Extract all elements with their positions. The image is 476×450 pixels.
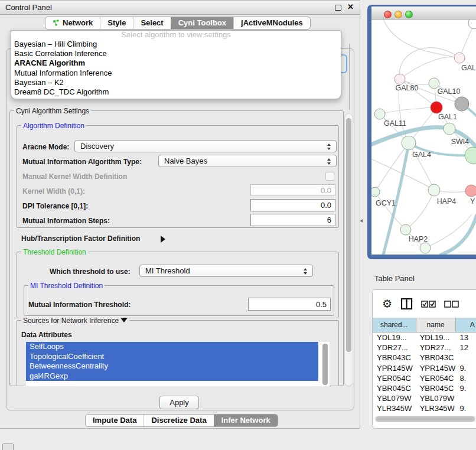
data-attributes-list[interactable]: SelfLoopsTopologicalCoefficientBetweenne… [26, 342, 330, 386]
network-node[interactable] [468, 19, 476, 29]
deselect-all-checkboxes-icon[interactable] [444, 301, 459, 308]
mi-type-label: Mutual Information Algorithm Type: [22, 158, 142, 166]
settings-scrollbar-thumb[interactable] [346, 118, 351, 352]
node-label: GAL4 [412, 151, 431, 159]
tab-label: Impute Data [93, 415, 136, 426]
algorithm-option[interactable]: Bayesian – K2 [11, 78, 341, 87]
node-label: SWI4 [451, 138, 470, 146]
tab-label: Discretize Data [151, 415, 206, 426]
spinner-arrows-icon [327, 144, 332, 150]
table-row[interactable]: YER054CYER054C8. [373, 373, 476, 383]
algorithm-option[interactable]: Bayesian – Hill Climbing [11, 40, 341, 49]
tab-cyni-toolbox[interactable]: Cyni Toolbox [171, 17, 233, 29]
kernel-width-input[interactable] [250, 184, 335, 196]
table-cell: YER054C [416, 373, 456, 383]
which-threshold-value: MI Threshold [145, 265, 312, 276]
network-node[interactable] [371, 187, 380, 197]
column-header[interactable]: name [416, 318, 456, 332]
tab-infer-network[interactable]: Infer Network [214, 415, 278, 426]
algorithm-option[interactable]: Basic Correlation Inference [11, 49, 341, 58]
split-columns-icon[interactable] [400, 298, 413, 310]
table-row[interactable]: YPR145WYPR145W9. [373, 363, 476, 373]
settings-group-title: Cyni Algorithm Settings [14, 107, 91, 115]
control-panel-title: Control Panel [5, 1, 52, 14]
dpi-tolerance-input[interactable] [250, 199, 335, 211]
network-node[interactable] [465, 185, 476, 197]
algorithm-option[interactable]: Dream8 DC_TDC Algorithm [11, 87, 341, 97]
column-header[interactable]: A [456, 318, 476, 332]
zoom-traffic-light[interactable] [405, 11, 413, 18]
node-label: HAP4 [437, 197, 457, 206]
tab-label: Infer Network [221, 415, 270, 426]
table-row[interactable]: YBR045CYBR045C9. [373, 383, 476, 393]
panel-splitter-arrow[interactable] [360, 219, 363, 223]
network-node[interactable] [454, 53, 465, 63]
aracne-mode-label: Aracne Mode: [22, 143, 69, 151]
collapse-arrow-icon[interactable] [161, 234, 165, 244]
algorithm-option[interactable]: Mutual Information Inference [11, 69, 341, 78]
table-row[interactable]: YLR345WYLR345W9. [373, 403, 476, 413]
table-row[interactable]: YDL19...YDL19...13 [373, 332, 476, 343]
minimized-panel-icon[interactable] [2, 444, 14, 450]
tab-select[interactable]: Select [133, 17, 170, 29]
table-row[interactable]: YBR043CYBR043C [373, 353, 476, 363]
close-traffic-light[interactable] [384, 11, 392, 18]
tab-discretize-data[interactable]: Discretize Data [144, 415, 213, 426]
data-attribute-item[interactable]: BetweennessCentrality [26, 361, 318, 371]
table-horizontal-scrollbar-thumb[interactable] [376, 416, 475, 422]
settings-scrollbar[interactable] [344, 113, 353, 386]
attributes-scrollbar[interactable] [322, 344, 328, 385]
float-window-icon[interactable] [335, 5, 341, 11]
hub-definition-label: Hub/Transcription Factor Definition [21, 234, 140, 243]
sources-title: Sources for Network Inference [21, 317, 129, 325]
node-label: GAL80 [396, 84, 419, 92]
minimize-traffic-light[interactable] [395, 11, 402, 18]
network-canvas[interactable]: GALGAL80GAL10GAL11GAL1SWI4GAL4GCY1HAP4YH… [371, 19, 476, 255]
network-node[interactable] [400, 224, 411, 235]
expand-arrow-icon[interactable] [120, 318, 128, 322]
mi-algorithm-type-select[interactable]: Naive Bayes [158, 155, 337, 167]
control-panel-titlebar[interactable]: Control Panel ✕ [0, 1, 360, 15]
network-node[interactable] [402, 136, 416, 150]
data-attribute-item[interactable]: gal4RGexp [26, 371, 318, 381]
table-row[interactable]: YDR27...YDR27...12 [373, 343, 476, 353]
table-row[interactable]: YIL052CYIL052C9 [373, 414, 476, 416]
network-node[interactable] [428, 184, 440, 196]
manual-kernel-checkbox[interactable] [325, 172, 334, 181]
tab-impute-data[interactable]: Impute Data [86, 415, 144, 426]
data-attribute-item[interactable]: SelfLoops [26, 342, 318, 352]
network-node[interactable] [420, 243, 431, 253]
table-cell: YDL19... [416, 332, 456, 343]
close-icon[interactable]: ✕ [347, 2, 354, 11]
aracne-mode-select[interactable]: Discovery [74, 140, 337, 152]
network-node[interactable] [431, 102, 442, 113]
network-node[interactable] [444, 123, 455, 135]
table-cell: YLR345W [373, 403, 416, 413]
table-cell: YDR27... [373, 343, 416, 353]
tab-label: Style [107, 17, 126, 29]
table-cell: 9. [456, 403, 476, 413]
mi-threshold-input[interactable] [248, 298, 331, 311]
network-node[interactable] [395, 74, 405, 84]
network-window-titlebar[interactable] [371, 6, 476, 19]
algorithm-option[interactable]: ARACNE Algorithm [11, 58, 341, 68]
network-node[interactable] [455, 97, 469, 111]
data-attribute-item[interactable]: TopologicalCoefficient [26, 352, 318, 362]
tab-jactivemnodules[interactable]: jActiveMNodules [233, 17, 310, 29]
which-threshold-select[interactable]: MI Threshold [139, 265, 313, 277]
table-cell: 12 [456, 343, 476, 353]
mi-threshold-definition-title: MI Threshold Definition [28, 282, 105, 290]
network-node[interactable] [465, 147, 476, 164]
tab-style[interactable]: Style [100, 17, 133, 29]
network-node[interactable] [374, 109, 385, 119]
threshold-definition-title: Threshold Definition [21, 248, 88, 256]
table-horizontal-scrollbar[interactable] [374, 416, 476, 422]
mi-steps-input[interactable] [250, 214, 335, 226]
table-cell: YDL19... [373, 332, 416, 343]
select-all-checkboxes-icon[interactable] [421, 301, 436, 308]
apply-button[interactable]: Apply [159, 396, 199, 409]
tab-network[interactable]: Network [45, 17, 100, 29]
table-row[interactable]: YBL079WYBL079W [373, 393, 476, 403]
gear-icon[interactable]: ⚙ [382, 297, 392, 311]
column-header[interactable]: shared... [373, 318, 416, 332]
